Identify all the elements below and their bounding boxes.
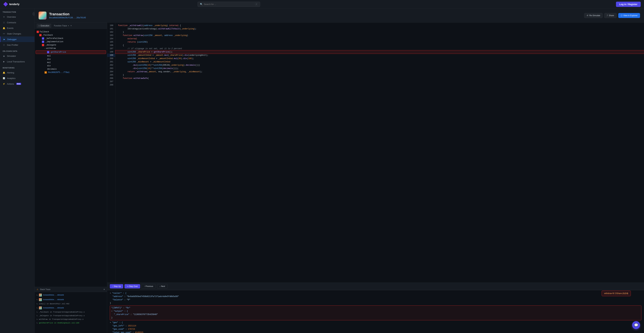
tree-item-_beforeFallback[interactable]: + _beforeFallback xyxy=(34,37,107,40)
tree-item-div-2[interactable]: div xyxy=(34,64,107,68)
tree-item-_delegate[interactable]: − _delegate xyxy=(34,43,107,47)
code-line-205: return _withdraw(_amount, msg.sender, _u… xyxy=(116,70,644,74)
total-gas-line: "total_gas_used" : 4149315 xyxy=(110,331,641,333)
output-expand[interactable]: ▾ "output" : { xyxy=(111,309,640,313)
tree-item-mul-1[interactable]: mul xyxy=(34,54,107,58)
search-input[interactable] xyxy=(204,3,254,6)
next-button[interactable]: ↓ Next xyxy=(157,284,168,289)
tree-item-withdraw[interactable]: — withdraw xyxy=(34,47,107,50)
view-explorer-button[interactable]: ⬡ View in Explorer xyxy=(618,13,640,18)
transaction-header: Transaction 0xca8dd33850e29cf138...26a70… xyxy=(34,9,644,23)
sidebar-item-simulator[interactable]: ◈ Simulator xyxy=(0,53,34,59)
stack-trace-panel: ⚠ Stack Trace ✕ ↳ 0x6a6d593e...0b5a58 ↳ xyxy=(34,287,107,333)
sidebar-item-gas-profiler[interactable]: ⬡ Gas Profiler xyxy=(0,42,34,48)
sidebar-item-analytics[interactable]: 📊 Analytics xyxy=(0,75,34,81)
sidebar-item-overview[interactable]: ≡ Overview xyxy=(0,14,34,20)
tab-function-trace[interactable]: Function Trace ▾ ✕ xyxy=(52,24,74,28)
resimulate-button[interactable]: ↺ Re-Simulate xyxy=(584,13,602,18)
sidebar-item-debugger[interactable]: ▶ Debugger xyxy=(0,37,34,42)
step-up-button[interactable]: ↑ Step Up xyxy=(110,284,123,288)
search-shortcut: / xyxy=(255,3,258,6)
sidebar-item-events[interactable]: 🔔 Events xyxy=(0,25,34,31)
sidebar-item-actions[interactable]: ⚡ Actions Beta xyxy=(0,81,34,87)
login-button[interactable]: Log in / Register xyxy=(616,2,641,7)
tree-label-address: 0xc06826f5...f78a1 xyxy=(48,71,70,74)
tree-item-address[interactable]: ◈ 0xc06826f5...f78a1 xyxy=(34,71,107,74)
stack-item-fallback[interactable]: ↳ _fallback in TransparentUpgradeablePro… xyxy=(34,310,107,314)
line-208: 208 xyxy=(107,83,115,87)
transaction-actions: ↺ Re-Simulate ⤴ Share ⬡ View in Explorer xyxy=(584,13,640,18)
share-button[interactable]: ⤴ Share xyxy=(604,13,616,18)
tree-item-_implementation[interactable]: + _implementation xyxy=(34,40,107,43)
output-label: "output" : { xyxy=(114,310,128,312)
gas-used-key: "gas_used" xyxy=(112,328,124,330)
stack-fallback-text: _fallback in TransparentUpgradeableProxy… xyxy=(39,311,84,313)
stack-item-withdraw[interactable]: ↳ withdraw in TransparentUpgradeableProx… xyxy=(34,317,107,321)
gas-chevron[interactable]: ▾ xyxy=(110,321,111,324)
address-icon: ◈ xyxy=(44,71,47,74)
sidebar-label-alerting: Alerting xyxy=(7,72,14,74)
tree-label-_beforeFallback: _beforeFallback xyxy=(46,37,63,40)
line-201: 201 xyxy=(107,60,115,64)
chat-button[interactable]: 💬 xyxy=(632,321,640,329)
tab-execution[interactable]: ≡ Execution xyxy=(36,24,51,28)
input-line: "[INPUT]" : "0x" xyxy=(111,306,640,309)
previous-button[interactable]: ↑ Previous xyxy=(142,284,156,289)
gas-expand[interactable]: ▾ "gas" : { xyxy=(110,321,641,324)
stack-item-2[interactable]: ↳ 0x6a6d593e...0b5a58 xyxy=(34,306,107,310)
tree-item-fallback[interactable]: − fallback xyxy=(34,30,107,34)
main-layout: ‹ TRANSACTION ≡ Overview □ Contracts 🔔 E… xyxy=(0,9,644,333)
tree-item-_fallback[interactable]: − _fallback xyxy=(34,34,107,37)
caller-expand[interactable]: ▾ "caller" : { xyxy=(110,291,641,295)
monitoring-section-label: MONITORING xyxy=(0,64,34,70)
tree-item-decimals[interactable]: decimals xyxy=(34,68,107,71)
simulator-icon: ◈ xyxy=(3,55,5,57)
code-area[interactable]: 190 191 192 193 194 195 196 197 198 199 … xyxy=(107,23,644,282)
stack-item-1[interactable]: ↳ 0x6a6d593e...0b5a58 xyxy=(34,297,107,302)
stack-item-delegate[interactable]: ↳ _delegate in TransparentUpgradeablePro… xyxy=(34,314,107,317)
caller-balance-line: "balance" : "0" xyxy=(110,298,641,301)
logo[interactable]: tenderly xyxy=(3,2,20,7)
stack-trace-header: ⚠ Stack Trace ✕ xyxy=(34,287,107,292)
line-206: 206 xyxy=(107,77,115,80)
sidebar-item-alerting[interactable]: 🔔 Alerting xyxy=(0,70,34,75)
tree-label-div-2: div xyxy=(47,65,51,67)
tree-label-mul-1: mul xyxy=(47,55,51,57)
sidebar-item-contracts[interactable]: □ Contracts xyxy=(0,20,34,25)
code-line-190: function _withdrawAll(address _underlyin… xyxy=(116,24,644,27)
actions-icon: ⚡ xyxy=(3,83,5,85)
input-label: "[INPUT]" : "0x" xyxy=(111,307,130,309)
tree-item-getSharePrice[interactable]: + getSharePrice xyxy=(36,50,106,54)
tree-item-mul-2[interactable]: mul xyxy=(34,61,107,64)
_fallback-icon: − xyxy=(39,34,42,36)
gas-profiler-icon: ⬡ xyxy=(3,44,5,46)
code-line-194: function withdraw(uint256 _amount, addre… xyxy=(116,34,644,37)
tree-label-_delegate: _delegate xyxy=(46,44,56,46)
step-over-button[interactable]: ↪ Step Over xyxy=(124,284,140,288)
stack-addr-1: 0x6a6d593e...0b5a58 xyxy=(43,299,64,301)
execution-tree[interactable]: − fallback − _fallback + _beforeFallback xyxy=(34,29,107,287)
sidebar: ‹ TRANSACTION ≡ Overview □ Contracts 🔔 E… xyxy=(0,9,34,333)
sidebar-item-local-transactions[interactable]: ▶ Local Transactions xyxy=(0,59,34,64)
stack-item-call[interactable]: ↳ [CALL] in BaseV1Pair.sol:402 xyxy=(34,302,107,306)
transaction-hash[interactable]: 0xca8dd33850e29cf138...26a70145 xyxy=(49,17,582,19)
sidebar-label-simulator: Simulator xyxy=(7,55,16,57)
tab-close-icon[interactable]: ✕ xyxy=(70,25,72,27)
code-line-191: IStrategy(activeStrategy).withdrawAllToV… xyxy=(116,27,644,31)
stack-item-getSharePrice[interactable]: ↳ getSharePrice in OneRingVault.sol:199 xyxy=(34,321,107,325)
call-data-panel[interactable]: withdraw 时 OShare 的价格 ▾ "caller" : { "ad… xyxy=(107,290,644,333)
line-207: 207 xyxy=(107,80,115,83)
explorer-icon: ⬡ xyxy=(621,14,622,17)
sidebar-item-state-changes[interactable]: <> State Changes xyxy=(0,31,34,37)
tree-item-div-1[interactable]: div xyxy=(34,58,107,61)
tree-label-decimals: decimals xyxy=(47,68,57,70)
search-bar[interactable]: 🔍 / xyxy=(198,2,260,7)
stack-trace-close[interactable]: ✕ xyxy=(104,288,105,290)
stack-trace-items: ↳ 0x6a6d593e...0b5a58 ↳ 0x6a6d593e...0b5… xyxy=(34,292,107,333)
caller-chevron[interactable]: ▾ xyxy=(110,292,111,294)
output-chevron[interactable]: ▾ xyxy=(111,310,112,312)
stack-item-0[interactable]: ↳ 0x6a6d593e...0b5a58 xyxy=(34,293,107,297)
line-190: 190 xyxy=(107,24,115,27)
total-gas-val: 4149315 xyxy=(135,331,143,333)
tree-label-getSharePrice: getSharePrice xyxy=(50,51,66,53)
